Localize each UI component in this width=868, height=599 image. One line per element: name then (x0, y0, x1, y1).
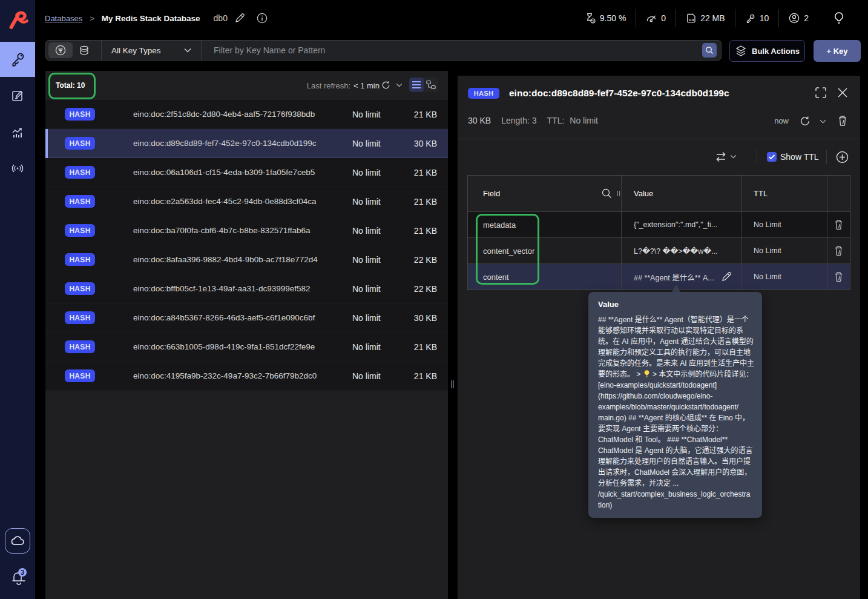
svg-text:3: 3 (21, 569, 24, 576)
